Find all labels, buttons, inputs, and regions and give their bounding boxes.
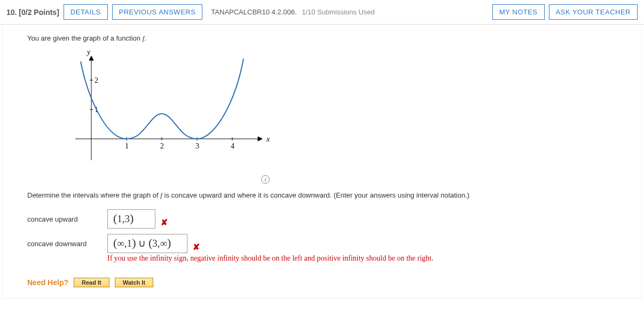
concave-downward-input[interactable]: (∞,1) ∪ (3,∞) — [107, 234, 187, 253]
question-number: 10. [0/2 Points] — [6, 8, 59, 17]
read-it-button[interactable]: Read It — [74, 278, 109, 287]
instruction-text: Determine the intervals where the graph … — [27, 191, 617, 200]
upward-value: 1,3 — [117, 213, 130, 224]
wrong-icon: ✘ — [193, 242, 200, 253]
intro-text: You are given the graph of a function f. — [27, 34, 617, 43]
svg-text:3: 3 — [195, 142, 199, 150]
svg-text:x: x — [266, 135, 270, 143]
hint-row: If you use the infinity sign, negative i… — [107, 254, 617, 263]
svg-text:y: y — [86, 48, 91, 56]
concave-downward-row: concave downward (∞,1) ∪ (3,∞) ✘ — [27, 234, 617, 253]
watch-it-button[interactable]: Watch It — [115, 278, 153, 287]
svg-marker-3 — [89, 56, 93, 60]
svg-marker-1 — [258, 137, 262, 141]
wrong-icon: ✘ — [161, 217, 168, 229]
question-body: You are given the graph of a function f. — [2, 25, 642, 299]
hint-text: If you use the infinity sign, negative i… — [107, 254, 617, 263]
svg-text:1: 1 — [125, 142, 129, 150]
svg-text:2: 2 — [160, 142, 164, 150]
ask-teacher-button[interactable]: ASK YOUR TEACHER — [549, 4, 638, 20]
upward-label: concave upward — [27, 215, 107, 223]
previous-answers-button[interactable]: PREVIOUS ANSWERS — [112, 4, 203, 20]
my-notes-button[interactable]: MY NOTES — [492, 4, 545, 20]
concave-upward-input[interactable]: (1,3) — [107, 209, 155, 229]
info-icon[interactable]: i — [261, 175, 270, 184]
svg-text:2: 2 — [95, 76, 98, 84]
need-help-row: Need Help? Read It Watch It — [27, 278, 617, 287]
concave-upward-row: concave upward (1,3) ✘ — [27, 209, 617, 229]
function-graph: 1 2 3 4 1 2 x y — [65, 48, 617, 170]
details-button[interactable]: DETAILS — [64, 4, 108, 20]
downward-label: concave downward — [27, 240, 107, 248]
question-header: 10. [0/2 Points] DETAILS PREVIOUS ANSWER… — [0, 0, 644, 25]
svg-text:4: 4 — [231, 142, 234, 150]
source-label: TANAPCALCBR10 4.2.006. 1/10 Submissions … — [211, 8, 374, 16]
need-help-label: Need Help? — [27, 278, 68, 287]
